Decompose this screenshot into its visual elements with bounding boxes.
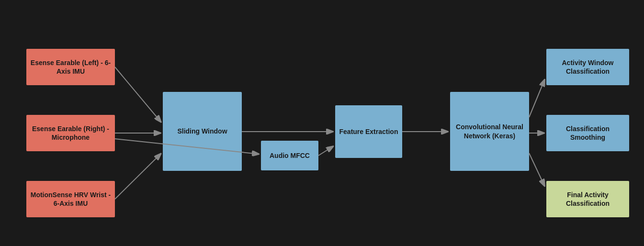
svg-line-8 (529, 79, 545, 117)
classification-smoothing-box: Classification Smoothing (546, 115, 629, 151)
activity-window-box: Activity Window Classification (546, 49, 629, 85)
cnn-box: Convolutional Neural Network (Keras) (450, 92, 529, 171)
esense-left-box: Esense Earable (Left) - 6-Axis IMU (26, 49, 115, 85)
svg-line-10 (529, 153, 545, 187)
svg-line-3 (115, 153, 161, 199)
motionsense-box: MotionSense HRV Wrist - 6-Axis IMU (26, 181, 115, 217)
svg-line-6 (318, 146, 334, 156)
final-activity-box: Final Activity Classification (546, 181, 629, 217)
sliding-window-box: Sliding Window (163, 92, 242, 171)
esense-right-box: Esense Earable (Right) - Microphone (26, 115, 115, 151)
feature-extraction-box: Feature Extraction (335, 105, 402, 158)
audio-mfcc-box: Audio MFCC (261, 141, 318, 170)
diagram-container: Esense Earable (Left) - 6-Axis IMU Esens… (0, 0, 644, 246)
svg-line-1 (115, 67, 161, 123)
